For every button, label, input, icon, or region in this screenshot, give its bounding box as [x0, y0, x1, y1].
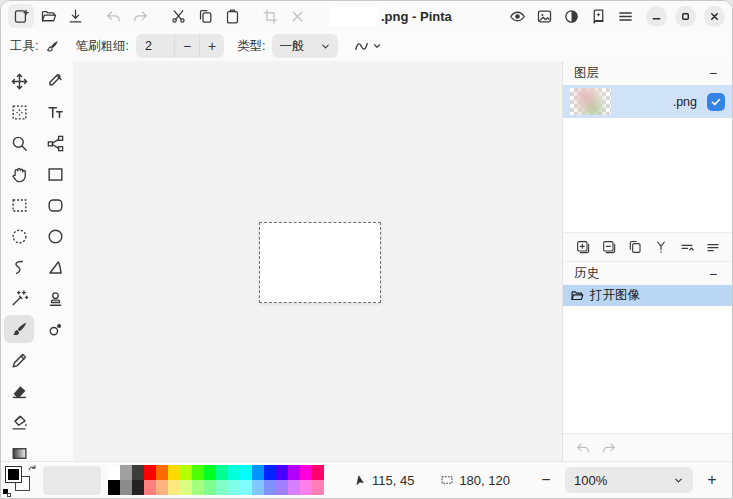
palette-swatch[interactable] [192, 465, 204, 480]
ellipse-tool[interactable] [40, 222, 70, 250]
main-menu-button[interactable] [612, 4, 638, 28]
brush-width-value[interactable]: 2 [136, 39, 174, 53]
zoom-dropdown[interactable]: 100% [565, 467, 693, 493]
color-picker-tool[interactable] [40, 67, 70, 95]
layer-row[interactable]: .png [563, 85, 732, 118]
merge-layer-down-button[interactable] [650, 236, 671, 258]
palette-swatch[interactable] [288, 465, 300, 480]
layers-collapse-button[interactable]: − [705, 66, 721, 80]
rounded-rectangle-tool[interactable] [40, 191, 70, 219]
cut-button[interactable] [165, 4, 191, 28]
paste-button[interactable] [219, 4, 245, 28]
text-tool[interactable] [40, 98, 70, 126]
close-button[interactable] [704, 6, 725, 27]
copy-button[interactable] [192, 4, 218, 28]
history-redo-button[interactable] [601, 440, 617, 456]
color-swap-widget[interactable] [3, 464, 37, 497]
recolor-tool[interactable] [40, 315, 70, 343]
paint-bucket-tool[interactable] [4, 408, 34, 436]
zoom-out-button[interactable]: − [536, 471, 556, 489]
lasso-select-tool[interactable] [4, 253, 34, 281]
delete-layer-button[interactable] [598, 236, 619, 258]
history-collapse-button[interactable]: − [705, 267, 721, 281]
history-undo-button[interactable] [575, 440, 591, 456]
primary-color-swatch[interactable] [5, 466, 22, 483]
undo-button[interactable] [100, 4, 126, 28]
add-layer-button[interactable] [572, 236, 593, 258]
adjustments-menu-button[interactable] [558, 4, 584, 28]
palette-swatch[interactable] [108, 465, 120, 480]
deselect-button[interactable] [284, 4, 310, 28]
palette-swatch[interactable] [252, 480, 264, 495]
zoom-tool[interactable] [4, 129, 34, 157]
palette-swatch[interactable] [132, 465, 144, 480]
palette-swatch[interactable] [228, 465, 240, 480]
brush-width-decrease-button[interactable]: − [174, 34, 199, 58]
eraser-tool[interactable] [4, 377, 34, 405]
brush-width-increase-button[interactable]: + [199, 34, 224, 58]
raise-layer-button[interactable] [676, 236, 697, 258]
palette-swatch[interactable] [276, 465, 288, 480]
palette-swatch[interactable] [300, 480, 312, 495]
crop-button[interactable] [257, 4, 283, 28]
layer-visibility-checkbox[interactable] [707, 93, 725, 111]
brush-type-dropdown[interactable]: 一般 [272, 34, 338, 58]
palette-swatch[interactable] [204, 465, 216, 480]
duplicate-layer-button[interactable] [624, 236, 645, 258]
save-button[interactable] [62, 4, 88, 28]
canvas-area[interactable] [73, 61, 562, 461]
paintbrush-tool[interactable] [4, 315, 34, 343]
palette-swatch[interactable] [156, 465, 168, 480]
palette-swatch[interactable] [120, 465, 132, 480]
palette-swatch[interactable] [216, 480, 228, 495]
palette-swatch[interactable] [264, 480, 276, 495]
palette-swatch[interactable] [312, 480, 324, 495]
palette-swatch[interactable] [204, 480, 216, 495]
minimize-button[interactable] [646, 6, 667, 27]
rectangle-tool[interactable] [40, 160, 70, 188]
redo-button[interactable] [127, 4, 153, 28]
rectangle-select-tool[interactable] [4, 191, 34, 219]
zoom-in-button[interactable]: + [702, 471, 722, 489]
palette-swatch[interactable] [120, 480, 132, 495]
layer-properties-button[interactable] [702, 236, 723, 258]
palette-swatch[interactable] [168, 465, 180, 480]
effects-menu-button[interactable] [585, 4, 611, 28]
magic-wand-tool[interactable] [4, 284, 34, 312]
move-selection-tool[interactable] [4, 98, 34, 126]
history-item[interactable]: 打开图像 [563, 285, 732, 306]
ellipse-select-tool[interactable] [4, 222, 34, 250]
palette-swatch[interactable] [216, 465, 228, 480]
line-style-button[interactable] [353, 38, 382, 55]
reset-colors-icon[interactable] [3, 489, 11, 497]
palette-swatch[interactable] [144, 465, 156, 480]
open-button[interactable] [35, 4, 61, 28]
clone-stamp-tool[interactable] [40, 284, 70, 312]
recently-used-colors[interactable] [43, 466, 101, 495]
palette-swatch[interactable] [180, 480, 192, 495]
palette-swatch[interactable] [228, 480, 240, 495]
maximize-button[interactable] [675, 6, 696, 27]
palette-swatch[interactable] [192, 480, 204, 495]
palette-swatch[interactable] [264, 465, 276, 480]
palette-swatch[interactable] [156, 480, 168, 495]
move-selected-tool[interactable] [4, 67, 34, 95]
palette-swatch[interactable] [300, 465, 312, 480]
palette-swatch[interactable] [144, 480, 156, 495]
palette-swatch[interactable] [252, 465, 264, 480]
freeform-shape-tool[interactable] [40, 253, 70, 281]
palette-swatch[interactable] [180, 465, 192, 480]
palette-swatch[interactable] [240, 465, 252, 480]
palette-swatch[interactable] [276, 480, 288, 495]
palette-swatch[interactable] [132, 480, 144, 495]
swap-colors-icon[interactable] [27, 464, 37, 474]
line-curve-tool[interactable] [40, 129, 70, 157]
palette-swatch[interactable] [168, 480, 180, 495]
view-menu-button[interactable] [504, 4, 530, 28]
pencil-tool[interactable] [4, 346, 34, 374]
palette-swatch[interactable] [108, 480, 120, 495]
palette-swatch[interactable] [240, 480, 252, 495]
image-menu-button[interactable] [531, 4, 557, 28]
new-image-button[interactable] [8, 4, 34, 28]
palette-swatch[interactable] [288, 480, 300, 495]
